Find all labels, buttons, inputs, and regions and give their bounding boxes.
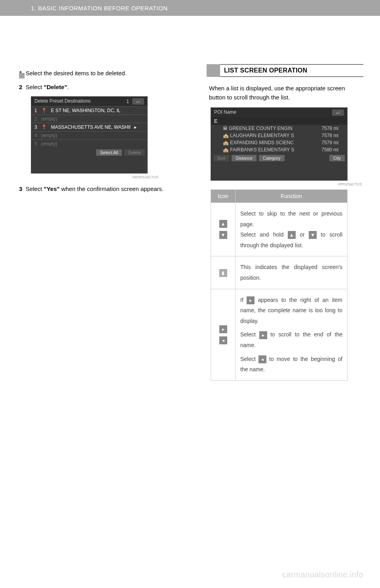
poi-title: POI Name: [214, 109, 236, 116]
table-row: ▮ This indicates the displayed screen's …: [211, 256, 348, 289]
poi-row-2[interactable]: 🏫 LAUGHARN ELEMENTARY S7578 mi: [211, 132, 347, 139]
breadcrumb: 1. BASIC INFORMATION BEFORE OPERATION: [31, 5, 167, 11]
func-line: Select ◂ to move to the beginning of the…: [240, 354, 342, 375]
poi-row-3[interactable]: 🏫 EXPANDING MINDS SCIENC7579 mi: [211, 139, 347, 146]
watermark: carmanualsonline.info: [282, 570, 363, 579]
scroll-right-icon: ▸: [259, 331, 267, 339]
row-num: 4: [34, 133, 37, 138]
icon-cell: ▲ ▼: [211, 203, 236, 256]
delete-ss-pagebadge: 1: [126, 99, 129, 104]
row-num: 5: [34, 141, 37, 147]
poi-row-1[interactable]: 🏛 GREENLEE COUNTY ENGIN7578 mi: [211, 125, 347, 132]
row-text: (empty): [41, 116, 57, 122]
delete-ss-header: Delete Preset Destinations 1 ⮐: [31, 97, 147, 106]
city-button[interactable]: City: [329, 155, 345, 161]
step-2-suffix: .: [67, 84, 69, 90]
distance-button[interactable]: Distance: [232, 155, 256, 161]
func-line: Select ▸ to scroll to the end of the nam…: [240, 329, 342, 350]
row-text: (empty): [41, 133, 57, 138]
left-column: 1 Select the desired items to be deleted…: [0, 16, 190, 381]
icon-function-table: Icon Function ▲ ▼ Select to skip to the …: [211, 189, 348, 381]
poi-name: LAUGHARN ELEMENTARY S: [230, 133, 294, 138]
overflow-icon: ▸: [134, 124, 137, 130]
poi-input-value[interactable]: E: [214, 118, 218, 124]
row-num: 3: [34, 124, 37, 130]
bullet-square-icon: [19, 73, 25, 78]
poi-sortbar: Sort Distance Category City: [211, 153, 347, 163]
screenshot-credit: MEM014aCTUS: [17, 175, 173, 179]
page-down-icon[interactable]: ▼: [219, 231, 227, 239]
icon-cell: ▸ ◂: [211, 289, 236, 380]
step-3-bold: "Yes": [44, 185, 60, 192]
row-text: MASSACHUSETTS AVE NE, WASHINGTON,: [51, 124, 130, 130]
sort-button[interactable]: Sort: [213, 155, 229, 161]
preset-row-4[interactable]: 4(empty): [31, 131, 147, 139]
poi-screenshot-credit: IRR023aCTUS: [207, 182, 363, 186]
table-row: ▸ ◂ If ▸ appears to the right of an item…: [211, 289, 348, 380]
preset-row-3[interactable]: 3📍MASSACHUSETTS AVE NE, WASHINGTON,▸: [31, 123, 147, 131]
poi-ss-header: POI Name ⮐: [211, 108, 347, 117]
scroll-left-icon: ◂: [258, 355, 266, 363]
table-row: ▲ ▼ Select to skip to the next or previo…: [211, 203, 348, 256]
table-head-icon: Icon: [211, 190, 236, 203]
step-3-prefix: Select: [26, 185, 44, 192]
row-num: 2: [34, 116, 37, 122]
step-1-text: 1 Select the desired items to be deleted…: [17, 69, 173, 78]
page-header: 1. BASIC INFORMATION BEFORE OPERATION: [0, 0, 380, 16]
category-button[interactable]: Category: [259, 155, 285, 161]
intro-text: When a list is displayed, use the approp…: [207, 84, 363, 102]
row-text: (empty): [41, 141, 57, 147]
func-line: Select and hold ▲ or ▼ to scroll through…: [240, 229, 342, 250]
func-line: If ▸ appears to the right of an item nam…: [240, 295, 342, 326]
scroll-left-icon[interactable]: ◂: [219, 336, 227, 344]
heading-block-icon: [207, 64, 220, 77]
step-2-prefix: Select: [26, 84, 44, 90]
step-3-suffix: when the confirmation screen appears.: [60, 185, 164, 192]
delete-preset-screenshot: Delete Preset Destinations 1 ⮐ 1📍E ST NE…: [31, 96, 148, 174]
row-text: E ST NE, WASHINGTON, DC, IL: [51, 108, 121, 113]
section-heading: LIST SCREEN OPERATION: [207, 64, 363, 77]
scroll-right-icon[interactable]: ▸: [219, 325, 227, 333]
select-all-button[interactable]: Select All: [96, 149, 122, 156]
page-up-icon[interactable]: ▲: [219, 220, 227, 228]
preset-row-5[interactable]: 5(empty): [31, 139, 147, 148]
step-2-text: 2 Select "Delete".: [17, 83, 173, 92]
preset-row-1[interactable]: 1📍E ST NE, WASHINGTON, DC, IL: [31, 106, 147, 115]
back-icon[interactable]: ⮐: [132, 98, 144, 105]
step-2-bold: "Delete": [44, 84, 67, 90]
function-cell: Select to skip to the next or previous p…: [236, 203, 348, 256]
function-cell: This indicates the displayed screen's po…: [236, 256, 348, 289]
poi-name: FAIRBANKS ELEMENTARY S: [230, 147, 294, 153]
function-cell: If ▸ appears to the right of an item nam…: [236, 289, 348, 380]
poi-name: GREENLEE COUNTY ENGIN: [229, 126, 292, 131]
poi-dist: 7578 mi: [321, 126, 338, 131]
right-column: LIST SCREEN OPERATION When a list is dis…: [190, 16, 380, 381]
poi-row-4[interactable]: 🏫 FAIRBANKS ELEMENTARY S7580 mi: [211, 146, 347, 153]
page-down-icon: ▼: [309, 231, 317, 239]
poi-screenshot: POI Name ⮐ E 🏛 GREENLEE COUNTY ENGIN7578…: [211, 107, 348, 181]
delete-button[interactable]: Delete: [124, 149, 145, 156]
poi-name: EXPANDING MINDS SCIENC: [230, 140, 293, 145]
page-up-icon: ▲: [288, 231, 296, 239]
poi-dist: 7578 mi: [321, 133, 338, 138]
row-num: 1: [34, 108, 37, 113]
back-icon[interactable]: ⮐: [332, 109, 344, 116]
func-line: Select to skip to the next or previous p…: [240, 208, 342, 229]
delete-ss-title: Delete Preset Destinations: [34, 98, 91, 105]
preset-row-2[interactable]: 2(empty): [31, 115, 147, 123]
poi-dist: 7579 mi: [321, 140, 338, 145]
page-content: 1 Select the desired items to be deleted…: [0, 16, 380, 381]
poi-dist: 7580 mi: [321, 147, 338, 153]
overflow-icon: ▸: [247, 296, 255, 304]
position-indicator-icon: ▮: [219, 269, 227, 277]
step-1-body: Select the desired items to be deleted.: [26, 70, 127, 76]
table-head-function: Function: [236, 190, 348, 203]
section-title: LIST SCREEN OPERATION: [220, 64, 363, 77]
step-3-text: 3 Select "Yes" when the confirmation scr…: [17, 185, 173, 194]
icon-cell: ▮: [211, 256, 236, 289]
